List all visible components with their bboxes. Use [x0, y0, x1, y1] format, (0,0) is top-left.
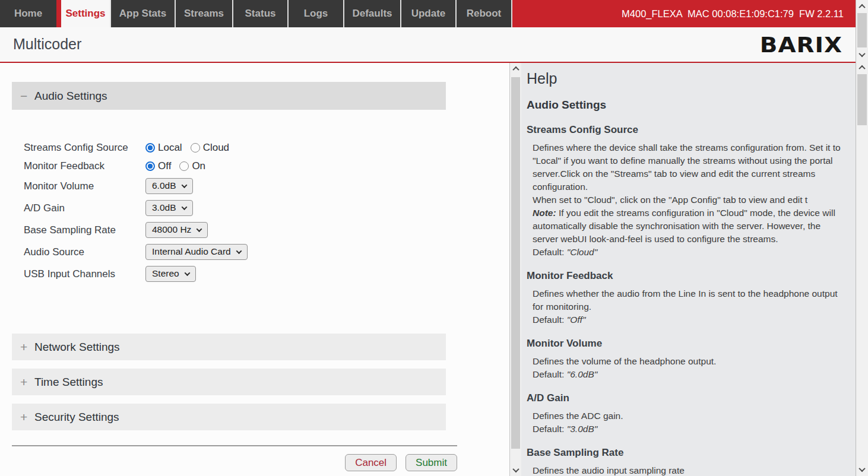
select-value: 48000 Hz [152, 224, 191, 235]
help-panel: Help Audio Settings Streams Config Sourc… [521, 63, 856, 476]
device-info-bar: M400_FLEXA MAC 00:08:E1:09:C1:79 FW 2.2.… [512, 0, 856, 27]
form-row-ad-gain: A/D Gain 3.0dB [24, 200, 248, 216]
tab-streams[interactable]: Streams [176, 0, 233, 27]
accordion-time-settings[interactable]: + Time Settings [12, 369, 446, 395]
field-label: USB Input Channels [24, 268, 145, 280]
field-label: A/D Gain [24, 202, 145, 214]
note-label: Note: [533, 208, 556, 218]
help-paragraph: Defines the volume of the headphone outp… [533, 355, 844, 368]
accordion-title: Network Settings [34, 341, 120, 354]
tab-reboot[interactable]: Reboot [457, 0, 512, 27]
help-topic-heading: Base Sampling Rate [527, 446, 844, 460]
default-label: Default: [533, 369, 567, 379]
form-row-usb-input-channels: USB Input Channels Stereo [24, 266, 248, 282]
accordion-audio-settings[interactable]: − Audio Settings [12, 82, 446, 110]
select-value: 6.0dB [152, 180, 176, 191]
chevron-down-icon [236, 248, 242, 254]
default-value: "Off" [567, 315, 586, 325]
help-title: Help [527, 69, 844, 88]
scroll-up-button[interactable] [856, 1, 868, 12]
field-label: Streams Config Source [24, 142, 145, 154]
page-header: Multicoder BARIX [0, 27, 856, 63]
help-topic-heading: A/D Gain [527, 391, 844, 405]
tab-status[interactable]: Status [233, 0, 289, 27]
help-note: Note: If you edit the streams configurat… [533, 207, 844, 246]
accordion-title: Audio Settings [34, 90, 107, 103]
settings-panel: − Audio Settings Streams Config Source L… [0, 63, 509, 476]
usb-input-channels-select[interactable]: Stereo [145, 266, 196, 282]
content-frame-scrollbar [856, 61, 868, 476]
tab-app-stats[interactable]: App Stats [111, 0, 176, 27]
help-paragraph: When set to "Cloud", click on the "App C… [533, 193, 844, 207]
default-value: "6.0dB" [567, 369, 598, 379]
select-value: 3.0dB [152, 202, 176, 213]
monitor-feedback-radio-group: Off On [145, 160, 205, 172]
base-sampling-rate-select[interactable]: 48000 Hz [145, 222, 208, 238]
select-value: Stereo [152, 268, 179, 279]
radio-label-cloud: Cloud [203, 142, 229, 154]
expand-plus-icon: + [20, 375, 34, 389]
submit-button[interactable]: Submit [406, 454, 457, 471]
chevron-down-icon [181, 204, 187, 210]
tab-settings[interactable]: Settings [61, 0, 111, 27]
scrollbar-thumb[interactable] [857, 13, 867, 47]
streams-config-source-radio-group: Local Cloud [145, 142, 229, 154]
form-divider [12, 445, 457, 446]
field-label: Monitor Feedback [24, 160, 145, 172]
accordion-security-settings[interactable]: + Security Settings [12, 404, 446, 430]
chevron-down-icon [859, 465, 865, 472]
audio-settings-form: Streams Config Source Local Cloud Monito… [24, 141, 248, 288]
form-row-streams-config-source: Streams Config Source Local Cloud [24, 141, 248, 154]
help-paragraph: Defines the audio input sampling rate [533, 464, 844, 476]
scroll-down-button[interactable] [856, 464, 868, 475]
chevron-up-icon [859, 65, 865, 72]
scroll-down-button[interactable] [510, 464, 521, 476]
scrollbar-thumb[interactable] [511, 77, 520, 449]
monitor-volume-select[interactable]: 6.0dB [145, 178, 193, 194]
chevron-down-icon [184, 270, 190, 276]
app-window: Home Settings App Stats Streams Status L… [0, 0, 868, 476]
accordion-title: Time Settings [34, 376, 103, 389]
help-topic-body: Defines the ADC gain. Default: "3.0dB" [527, 410, 844, 436]
radio-off[interactable] [145, 161, 155, 171]
default-label: Default: [533, 247, 567, 257]
help-topic-body: Defines where the device shall take the … [527, 141, 844, 259]
page-title: Multicoder [13, 36, 81, 53]
scrollbar-thumb[interactable] [857, 74, 867, 125]
audio-source-select[interactable]: Internal Audio Card [145, 244, 248, 260]
form-row-monitor-feedback: Monitor Feedback Off On [24, 160, 248, 173]
scroll-up-button[interactable] [510, 63, 521, 75]
help-topic-heading: Monitor Feedback [527, 269, 844, 283]
scroll-up-button[interactable] [856, 62, 868, 74]
help-topic-body: Defines whether the audio from the Line … [527, 287, 844, 326]
help-paragraph: Defines where the device shall take the … [533, 141, 844, 193]
accordion-network-settings[interactable]: + Network Settings [12, 334, 446, 360]
tab-update[interactable]: Update [401, 0, 457, 27]
field-label: Monitor Volume [24, 180, 145, 192]
form-row-monitor-volume: Monitor Volume 6.0dB [24, 178, 248, 194]
radio-local[interactable] [145, 143, 155, 153]
tab-logs[interactable]: Logs [289, 0, 344, 27]
top-nav: Home Settings App Stats Streams Status L… [0, 0, 856, 27]
default-value: "3.0dB" [567, 424, 598, 434]
help-default: Default: "6.0dB" [533, 368, 844, 381]
help-default: Default: "Cloud" [533, 246, 844, 259]
help-section-title: Audio Settings [527, 97, 844, 113]
ad-gain-select[interactable]: 3.0dB [145, 200, 193, 216]
scroll-down-button[interactable] [856, 49, 868, 61]
radio-on[interactable] [179, 161, 189, 171]
cancel-button[interactable]: Cancel [345, 454, 397, 471]
form-row-audio-source: Audio Source Internal Audio Card [24, 244, 248, 260]
help-paragraph: Defines whether the audio from the Line … [533, 287, 844, 313]
radio-label-on: On [192, 160, 205, 172]
radio-cloud[interactable] [191, 143, 200, 153]
field-label: Base Sampling Rate [24, 224, 145, 236]
default-label: Default: [533, 424, 567, 434]
help-default: Default: "Off" [533, 313, 844, 326]
help-scrollbar [509, 63, 521, 476]
tab-home[interactable]: Home [0, 0, 56, 27]
expand-plus-icon: + [20, 410, 34, 424]
chevron-down-icon [859, 50, 865, 57]
tab-defaults[interactable]: Defaults [344, 0, 401, 27]
help-default: Default: "3.0dB" [533, 423, 844, 436]
